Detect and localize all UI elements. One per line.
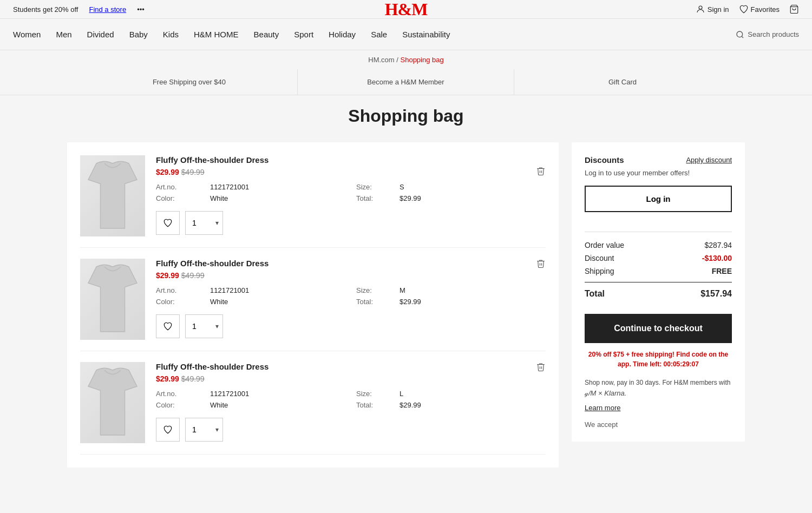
nav-item-beauty: Beauty bbox=[254, 30, 279, 39]
delete-item-button[interactable] bbox=[536, 362, 546, 374]
nav-link-women[interactable]: Women bbox=[13, 30, 41, 39]
original-price: $49.99 bbox=[181, 168, 205, 176]
wishlist-button[interactable] bbox=[156, 211, 180, 235]
heart-icon bbox=[739, 4, 749, 14]
art-no-label: Art.no. bbox=[156, 286, 210, 294]
nav-links: WomenMenDividedBabyKidsH&M HOMEBeautySpo… bbox=[13, 19, 450, 50]
summary-box: Discounts Apply discount Log in to use y… bbox=[572, 142, 745, 442]
cart-link[interactable] bbox=[789, 4, 799, 14]
apply-discount-link[interactable]: Apply discount bbox=[686, 156, 732, 164]
product-name: Fluffy Off-the-shoulder Dress bbox=[156, 362, 546, 371]
nav-link-men[interactable]: Men bbox=[56, 30, 71, 39]
search-icon bbox=[736, 30, 744, 39]
quantity-wrapper: 1 2 3 4 ▾ bbox=[185, 211, 223, 235]
wishlist-button[interactable] bbox=[156, 314, 180, 338]
breadcrumb-root[interactable]: HM.com bbox=[368, 56, 394, 64]
nav-link-h&m-home[interactable]: H&M HOME bbox=[194, 30, 239, 39]
size-value: L bbox=[400, 390, 546, 398]
quantity-select[interactable]: 1 2 3 4 bbox=[185, 418, 223, 442]
top-bar-right: Sign in Favorites bbox=[696, 4, 799, 14]
breadcrumb-current: Shopping bag bbox=[401, 56, 444, 64]
discount-row: Discount -$130.00 bbox=[585, 254, 732, 262]
art-no-value: 1121721001 bbox=[210, 183, 356, 191]
cart-item-details: Fluffy Off-the-shoulder Dress $29.99$49.… bbox=[156, 259, 546, 340]
product-image bbox=[80, 155, 145, 236]
nav-item-h&m-home: H&M HOME bbox=[194, 30, 239, 39]
art-no-value: 1121721001 bbox=[210, 390, 356, 398]
product-image bbox=[80, 259, 145, 340]
klarna-brand: ℊ/M × Klarna. bbox=[585, 389, 626, 397]
page-title: Shopping bag bbox=[0, 106, 812, 126]
search-label: Search products bbox=[748, 30, 799, 38]
order-value-row: Order value $287.94 bbox=[585, 241, 732, 249]
nav-item-baby: Baby bbox=[129, 30, 148, 39]
cart-items-container: Fluffy Off-the-shoulder Dress $29.99$49.… bbox=[67, 142, 559, 468]
nav-link-holiday[interactable]: Holiday bbox=[329, 30, 356, 39]
discount-label: Discount bbox=[585, 254, 614, 262]
logo-container: H&M bbox=[385, 0, 428, 19]
product-name: Fluffy Off-the-shoulder Dress bbox=[156, 155, 546, 165]
cart-item: Fluffy Off-the-shoulder Dress $29.99$49.… bbox=[80, 351, 546, 455]
nav-link-beauty[interactable]: Beauty bbox=[254, 30, 279, 39]
heart-outline-icon bbox=[163, 321, 173, 331]
dress-svg bbox=[80, 362, 145, 443]
product-name: Fluffy Off-the-shoulder Dress bbox=[156, 259, 546, 268]
heart-outline-icon bbox=[163, 218, 173, 228]
discount-value: -$130.00 bbox=[702, 254, 732, 262]
cart-item-meta: Art.no. 1121721001 Size: M Color: White … bbox=[156, 286, 546, 306]
info-bar-item: Become a H&M Member bbox=[298, 69, 514, 95]
total-label: Total: bbox=[356, 194, 400, 202]
delete-item-button[interactable] bbox=[536, 166, 546, 179]
nav-item-kids: Kids bbox=[163, 30, 179, 39]
nav-item-holiday: Holiday bbox=[329, 30, 356, 39]
nav-item-men: Men bbox=[56, 30, 71, 39]
nav-link-divided[interactable]: Divided bbox=[87, 30, 114, 39]
product-image bbox=[80, 362, 145, 443]
top-bar-left: Students get 20% off Find a store ••• bbox=[13, 5, 145, 14]
sale-price: $29.99 bbox=[156, 374, 179, 383]
original-price: $49.99 bbox=[181, 271, 205, 280]
svg-point-2 bbox=[737, 31, 743, 37]
color-value: White bbox=[210, 194, 356, 202]
search-container[interactable]: Search products bbox=[736, 30, 799, 39]
sale-price: $29.99 bbox=[156, 168, 179, 176]
learn-more-link[interactable]: Learn more bbox=[585, 404, 732, 412]
shipping-row: Shipping FREE bbox=[585, 267, 732, 275]
sign-in-link[interactable]: Sign in bbox=[696, 4, 729, 14]
color-label: Color: bbox=[156, 298, 210, 306]
breadcrumb: HM.com / Shopping bag bbox=[0, 50, 812, 69]
cart-item-details: Fluffy Off-the-shoulder Dress $29.99$49.… bbox=[156, 362, 546, 443]
find-store-link[interactable]: Find a store bbox=[89, 5, 126, 14]
more-options[interactable]: ••• bbox=[137, 5, 145, 14]
favorites-link[interactable]: Favorites bbox=[739, 4, 780, 14]
nav-link-sale[interactable]: Sale bbox=[371, 30, 387, 39]
checkout-button[interactable]: Continue to checkout bbox=[585, 314, 732, 343]
wishlist-button[interactable] bbox=[156, 418, 180, 442]
total-label: Total bbox=[585, 289, 605, 299]
cart-item: Fluffy Off-the-shoulder Dress $29.99$49.… bbox=[80, 248, 546, 351]
size-label: Size: bbox=[356, 183, 400, 191]
trash-icon bbox=[536, 166, 546, 176]
quantity-wrapper: 1 2 3 4 ▾ bbox=[185, 314, 223, 338]
art-no-value: 1121721001 bbox=[210, 286, 356, 294]
nav-item-sustainability: Sustainability bbox=[402, 30, 450, 39]
login-button[interactable]: Log in bbox=[585, 186, 732, 212]
delete-item-button[interactable] bbox=[536, 259, 546, 271]
cart-icon bbox=[789, 4, 799, 14]
order-value: $287.94 bbox=[704, 241, 732, 249]
hm-logo[interactable]: H&M bbox=[385, 0, 428, 19]
cart-item-actions: 1 2 3 4 ▾ bbox=[156, 314, 546, 338]
nav-link-sport[interactable]: Sport bbox=[294, 30, 313, 39]
nav-link-kids[interactable]: Kids bbox=[163, 30, 179, 39]
dress-svg bbox=[80, 155, 145, 236]
nav-link-baby[interactable]: Baby bbox=[129, 30, 148, 39]
size-label: Size: bbox=[356, 286, 400, 294]
size-label: Size: bbox=[356, 390, 400, 398]
nav-item-divided: Divided bbox=[87, 30, 114, 39]
product-price: $29.99$49.99 bbox=[156, 168, 546, 176]
color-label: Color: bbox=[156, 194, 210, 202]
quantity-select[interactable]: 1 2 3 4 bbox=[185, 211, 223, 235]
art-no-label: Art.no. bbox=[156, 183, 210, 191]
quantity-select[interactable]: 1 2 3 4 bbox=[185, 314, 223, 338]
nav-link-sustainability[interactable]: Sustainability bbox=[402, 30, 450, 39]
